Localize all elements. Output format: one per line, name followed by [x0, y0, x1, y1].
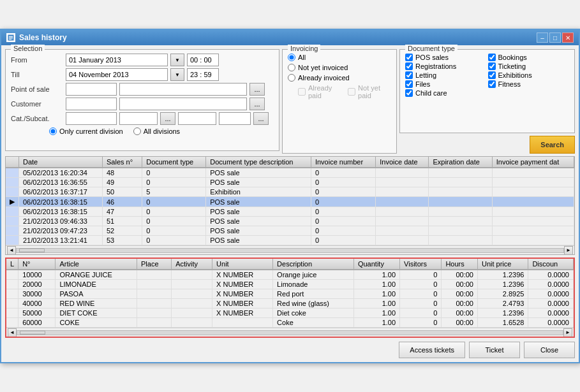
col-activity[interactable]: Activity [172, 259, 212, 270]
cell-visitors: 0 [400, 280, 442, 289]
cell-doctypedesc: Exhibition [206, 187, 311, 197]
doctype-pos-checkbox[interactable] [405, 54, 413, 61]
cat-input-1[interactable] [66, 112, 117, 125]
doctype-childcare-checkbox[interactable] [405, 89, 413, 97]
pos-input-2[interactable] [119, 83, 247, 96]
detail-scroll-track[interactable] [17, 330, 563, 335]
subcat-browse-button[interactable]: ... [253, 112, 269, 125]
cell-qty: 1.00 [353, 309, 399, 318]
col-num[interactable]: N° [19, 259, 56, 270]
cell-expdate [429, 168, 492, 178]
maximize-button[interactable]: □ [549, 33, 561, 43]
detail-scroll-thumb[interactable] [20, 331, 45, 335]
window-close-button[interactable]: ✕ [562, 33, 574, 43]
col-invnum[interactable]: Invoice number [311, 157, 375, 168]
detail-table-row[interactable]: 40000 RED WINE X NUMBER Red wine (glass)… [6, 299, 574, 309]
division-current-radio[interactable] [49, 127, 57, 135]
scroll-left-arrow[interactable]: ◄ [7, 246, 16, 255]
col-qty[interactable]: Quantity [353, 259, 399, 270]
col-doctypedesc[interactable]: Document type description [206, 157, 311, 168]
doctype-ticketing-label: Ticketing [498, 62, 526, 70]
main-table-row[interactable]: 05/02/2013 16:20:34 48 0 POS sale 0 [6, 168, 574, 178]
from-time-input[interactable] [187, 54, 219, 66]
main-table-row[interactable]: 06/02/2013 16:36:55 49 0 POS sale 0 [6, 178, 574, 187]
detail-table-row[interactable]: 50000 DIET COKE X NUMBER Diet coke 1.00 … [6, 309, 574, 318]
detail-scroll-right[interactable]: ► [563, 328, 572, 337]
main-table-row[interactable]: ▶ 06/02/2013 16:38:15 46 0 POS sale 0 [6, 197, 574, 207]
main-table-row[interactable]: 21/02/2013 13:21:41 53 0 POS sale 0 [6, 236, 574, 245]
cat-input-2[interactable] [119, 112, 158, 125]
cell-doctype: 0 [142, 217, 206, 226]
main-table-row[interactable]: 06/02/2013 16:38:15 47 0 POS sale 0 [6, 207, 574, 217]
col-date[interactable]: Date [19, 157, 103, 168]
detail-table-body: 10000 ORANGE JUICE X NUMBER Orange juice… [6, 270, 574, 328]
col-desc[interactable]: Description [273, 259, 354, 270]
col-visitors[interactable]: Visitors [400, 259, 442, 270]
cell-unit: X NUMBER [212, 309, 273, 318]
row-indicator: ▶ [6, 197, 19, 207]
col-article[interactable]: Article [56, 259, 137, 270]
search-button[interactable]: Search [530, 136, 575, 154]
main-table-scroll[interactable]: Date Sales n° Document type Document typ… [6, 157, 574, 245]
col-doctype[interactable]: Document type [142, 157, 206, 168]
invoicing-all-radio[interactable] [288, 54, 295, 61]
doctype-fitness-checkbox[interactable] [488, 80, 496, 88]
cat-browse-button[interactable]: ... [160, 112, 175, 125]
detail-table-hscroll[interactable]: ◄ ► [6, 328, 574, 337]
pos-browse-button[interactable]: ... [249, 83, 265, 96]
scroll-thumb[interactable] [19, 249, 45, 252]
already-paid-checkbox[interactable] [298, 88, 306, 96]
not-yet-paid-checkbox[interactable] [348, 88, 355, 96]
invoicing-already-radio[interactable] [288, 74, 295, 82]
customer-browse-button[interactable]: ... [249, 98, 265, 110]
doctype-exhibitions-checkbox[interactable] [488, 71, 496, 79]
col-discount[interactable]: Discoun [528, 259, 574, 270]
invoicing-not-yet-radio[interactable] [288, 64, 295, 71]
scroll-track[interactable] [16, 248, 564, 253]
subcat-input-2[interactable] [219, 112, 251, 125]
detail-table-row[interactable]: 30000 PASOA X NUMBER Red port 1.00 0 00:… [6, 289, 574, 299]
main-table-row[interactable]: 21/02/2013 09:46:33 51 0 POS sale 0 [6, 217, 574, 226]
doctype-bookings-checkbox[interactable] [488, 54, 496, 61]
detail-table-row[interactable]: 60000 COKE Coke 1.00 0 00:00 1.6528 0.00… [6, 318, 574, 328]
till-date-dropdown[interactable]: ▼ [170, 68, 184, 81]
col-unit[interactable]: Unit [212, 259, 273, 270]
subcat-input-1[interactable] [178, 112, 216, 125]
detail-table-row[interactable]: 20000 LIMONADE X NUMBER Limonade 1.00 0 … [6, 280, 574, 289]
customer-input-1[interactable] [66, 98, 117, 110]
doctype-ticketing-checkbox[interactable] [488, 62, 496, 70]
col-invdate[interactable]: Invoice date [376, 157, 429, 168]
main-table-hscroll[interactable]: ◄ ► [6, 245, 574, 254]
main-table-row[interactable]: 21/02/2013 09:47:23 52 0 POS sale 0 [6, 226, 574, 236]
till-date-input[interactable] [66, 68, 168, 81]
detail-table-scroll[interactable]: L N° Article Place Activity Unit Descrip… [6, 259, 574, 328]
doctype-letting-checkbox[interactable] [405, 71, 413, 79]
main-table-row[interactable]: 06/02/2013 16:37:17 50 5 Exhibition 0 [6, 187, 574, 197]
division-all-radio[interactable] [133, 127, 141, 135]
doctype-registrations-checkbox[interactable] [405, 62, 413, 70]
cell-invdate [376, 187, 429, 197]
detail-scroll-left[interactable]: ◄ [8, 328, 17, 337]
col-place[interactable]: Place [137, 259, 172, 270]
cell-sales: 49 [103, 178, 142, 187]
col-l[interactable]: L [6, 259, 19, 270]
col-hours[interactable]: Hours [442, 259, 478, 270]
detail-table-row[interactable]: 10000 ORANGE JUICE X NUMBER Orange juice… [6, 270, 574, 280]
scroll-right-arrow[interactable]: ► [564, 246, 573, 255]
close-button[interactable]: Close [524, 342, 575, 358]
from-date-input[interactable] [66, 54, 168, 66]
ticket-button[interactable]: Ticket [469, 342, 520, 358]
col-unitprice[interactable]: Unit price [477, 259, 528, 270]
col-invpay[interactable]: Invoice payment dat [492, 157, 574, 168]
col-expdate[interactable]: Expiration date [429, 157, 492, 168]
till-time-input[interactable] [187, 68, 219, 81]
cell-num: 10000 [19, 270, 56, 280]
from-date-dropdown[interactable]: ▼ [170, 54, 184, 66]
main-table-container: Date Sales n° Document type Document typ… [5, 156, 575, 255]
doctype-files-checkbox[interactable] [405, 80, 413, 88]
col-sales[interactable]: Sales n° [103, 157, 142, 168]
customer-input-2[interactable] [119, 98, 247, 110]
pos-input-1[interactable] [66, 83, 117, 96]
access-tickets-button[interactable]: Access tickets [399, 342, 465, 358]
minimize-button[interactable]: – [537, 33, 548, 43]
